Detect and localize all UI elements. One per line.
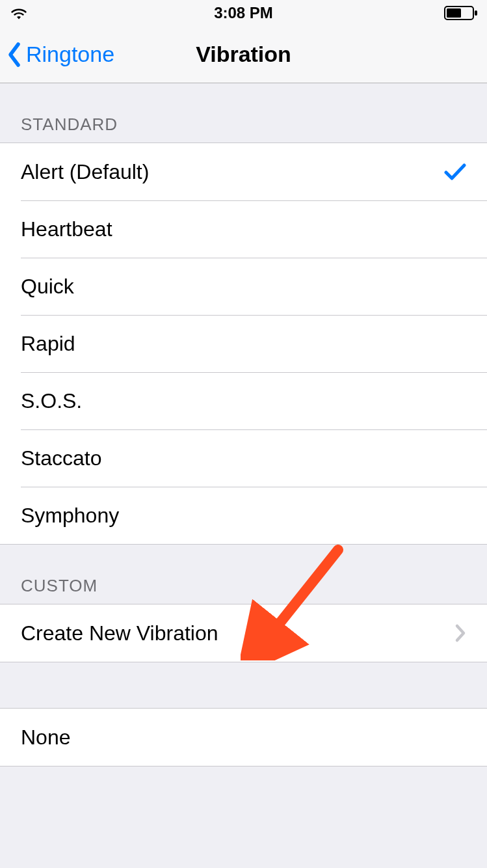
vibration-option-alert-default[interactable]: Alert (Default): [0, 143, 487, 200]
wifi-icon: [9, 6, 29, 20]
cell-label: Rapid: [21, 332, 466, 356]
vibration-option-quick[interactable]: Quick: [0, 258, 487, 315]
cell-label: Heartbeat: [21, 217, 466, 241]
cell-label: Quick: [21, 275, 466, 299]
create-new-vibration[interactable]: Create New Vibration: [0, 604, 487, 662]
battery-icon: [444, 6, 478, 20]
cell-label: Create New Vibration: [21, 621, 454, 645]
svg-rect-1: [447, 8, 461, 18]
group-custom: Create New Vibration: [0, 604, 487, 662]
back-label: Ringtone: [26, 42, 114, 67]
section-spacer: [0, 662, 487, 708]
chevron-left-icon: [7, 42, 22, 68]
section-header-custom: CUSTOM: [0, 545, 487, 604]
cell-label: Staccato: [21, 446, 466, 470]
vibration-option-none[interactable]: None: [0, 709, 487, 766]
cell-label: None: [21, 726, 466, 750]
vibration-option-staccato[interactable]: Staccato: [0, 429, 487, 487]
status-bar: 3:08 PM: [0, 0, 487, 26]
group-standard: Alert (Default) Heartbeat Quick Rapid S.…: [0, 142, 487, 545]
vibration-option-rapid[interactable]: Rapid: [0, 315, 487, 372]
cell-label: Alert (Default): [21, 160, 444, 184]
vibration-option-sos[interactable]: S.O.S.: [0, 372, 487, 429]
status-right: [400, 6, 478, 20]
cell-label: Symphony: [21, 504, 466, 528]
nav-bar: Ringtone Vibration: [0, 26, 487, 83]
section-header-standard: STANDARD: [0, 83, 487, 142]
chevron-right-icon: [454, 623, 466, 643]
back-button[interactable]: Ringtone: [0, 26, 114, 83]
status-left: [9, 6, 87, 20]
group-none: None: [0, 708, 487, 766]
cell-label: S.O.S.: [21, 389, 466, 413]
svg-rect-2: [475, 10, 477, 16]
status-time: 3:08 PM: [87, 4, 400, 22]
checkmark-icon: [444, 162, 466, 182]
vibration-option-heartbeat[interactable]: Heartbeat: [0, 200, 487, 258]
vibration-option-symphony[interactable]: Symphony: [0, 487, 487, 544]
